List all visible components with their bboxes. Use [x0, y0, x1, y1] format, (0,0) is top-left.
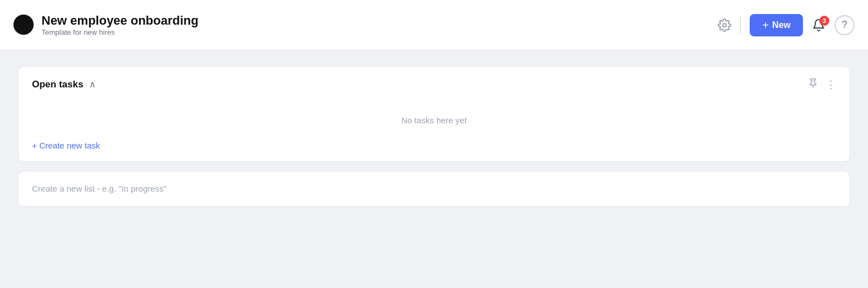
help-icon: ? [842, 19, 847, 31]
create-task-link[interactable]: + Create new task [32, 141, 100, 150]
page-title: New employee onboarding [41, 13, 198, 28]
open-tasks-card-header: Open tasks ∧ ⋮ [19, 67, 849, 100]
pin-icon[interactable] [808, 78, 818, 91]
open-tasks-header-right: ⋮ [808, 78, 836, 91]
header-left: New employee onboarding Template for new… [13, 13, 198, 36]
new-list-card[interactable]: Create a new list - e.g. "In progress" [18, 171, 850, 207]
header-divider [740, 16, 741, 34]
new-button-label: New [772, 20, 791, 30]
notification-badge: 3 [819, 16, 829, 26]
open-tasks-header-left: Open tasks ∧ [32, 79, 96, 90]
open-tasks-card: Open tasks ∧ ⋮ No tasks here yet + Creat… [18, 66, 850, 162]
empty-message: No tasks here yet [401, 115, 467, 125]
new-button[interactable]: + New [750, 14, 803, 36]
svg-point-0 [723, 24, 726, 27]
more-options-icon[interactable]: ⋮ [826, 78, 836, 91]
main-content: Open tasks ∧ ⋮ No tasks here yet + Creat… [0, 50, 868, 222]
header: New employee onboarding Template for new… [0, 0, 868, 50]
page-subtitle: Template for new hires [41, 28, 198, 36]
settings-button[interactable] [718, 18, 731, 32]
help-button[interactable]: ? [834, 15, 855, 35]
avatar [13, 15, 34, 35]
open-tasks-title: Open tasks [32, 79, 84, 90]
gear-icon [718, 18, 731, 32]
header-right: + New 3 ? [718, 14, 855, 36]
new-button-plus: + [762, 20, 769, 31]
notifications-button[interactable]: 3 [812, 18, 825, 32]
collapse-icon[interactable]: ∧ [89, 79, 96, 90]
header-titles: New employee onboarding Template for new… [41, 13, 198, 36]
new-list-placeholder[interactable]: Create a new list - e.g. "In progress" [32, 184, 167, 193]
empty-state: No tasks here yet [19, 100, 849, 136]
